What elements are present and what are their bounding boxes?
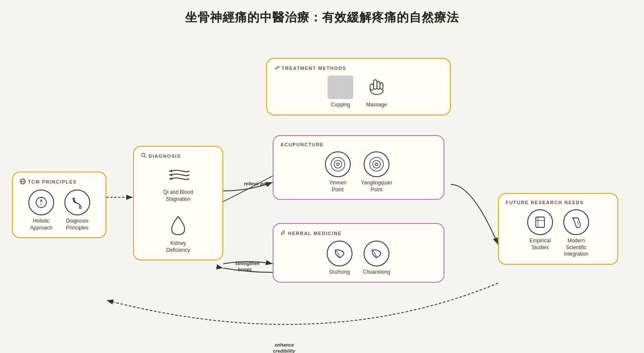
herbal-label: HERBAL MEDICINE: [280, 230, 437, 236]
diagram-area: relieve pain strengthen bones enhance cr…: [0, 30, 644, 353]
yanglingquan-item: YanglingquanPoint: [361, 151, 392, 193]
globe-icon: [20, 178, 26, 185]
wrench-icon: [274, 65, 279, 71]
diagnosis-icons-col: Qi and BloodStagnation KidneyDeficiency: [141, 163, 216, 253]
cupping-icon: [328, 75, 353, 99]
yanglingquan-label: YanglingquanPoint: [361, 180, 392, 193]
acupuncture-icons-row: YinmenPoint YanglingquanPoint: [280, 151, 437, 193]
empirical-label: EmpiricalStudies: [529, 238, 550, 251]
yinmen-icon: [325, 151, 351, 177]
svg-rect-17: [377, 81, 380, 89]
herbal-medicine-box: HERBAL MEDICINE Duzhong: [273, 223, 444, 283]
treatment-methods-box: TREATMENT METHODS Cupping Ma: [266, 58, 451, 115]
strengthen-bones-label: strengthen: [235, 261, 260, 266]
qi-blood-item: Qi and BloodStagnation: [163, 163, 193, 202]
kidney-icon: [167, 214, 190, 238]
leaf-icon: [280, 230, 286, 236]
svg-point-9: [79, 207, 82, 209]
yinmen-label: YinmenPoint: [329, 180, 346, 193]
tcm-icons-row: HolisticApproach DiagnosisPrinciples: [20, 190, 99, 231]
duzhong-icon: [327, 241, 352, 266]
treatment-icons-row: Cupping Massage: [274, 75, 443, 109]
relieve-pain-label: relieve pain: [244, 181, 270, 186]
svg-rect-27: [536, 217, 544, 227]
empirical-icon: [527, 209, 553, 235]
holistic-icon: [28, 190, 54, 215]
chuanxiong-icon: [364, 241, 389, 266]
massage-label: Massage: [366, 102, 387, 109]
herbal-icons-row: Duzhong Chuanxiong: [280, 241, 437, 276]
future-label: FUTURE RESEARCH NEEDS: [506, 200, 611, 205]
svg-rect-19: [370, 84, 374, 90]
massage-icon: [364, 75, 389, 99]
svg-rect-16: [374, 80, 377, 89]
cupping-item: Cupping: [328, 75, 353, 109]
svg-marker-14: [170, 174, 172, 176]
diagnosis-box: DIAGNOSIS Qi and BloodStagnation: [133, 146, 223, 260]
qi-blood-label: Qi and BloodStagnation: [163, 189, 193, 202]
svg-marker-7: [40, 199, 43, 202]
svg-marker-15: [170, 178, 172, 180]
kidney-deficiency-item: KidneyDeficiency: [166, 214, 190, 253]
enhance-credibility-label2: credibility: [273, 348, 296, 353]
modern-icon: [563, 209, 589, 235]
treatment-label: TREATMENT METHODS: [274, 65, 443, 71]
future-research-box: FUTURE RESEARCH NEEDS EmpiricalStudies: [498, 193, 618, 265]
svg-point-21: [334, 160, 342, 168]
diagnosis-label: DIAGNOSIS: [141, 153, 216, 159]
diagnosis-principles-icon: [64, 190, 90, 215]
diagnosis-principles-label: DiagnosisPrinciples: [66, 218, 89, 231]
future-icons-row: EmpiricalStudies ModernScientificIntegra…: [506, 209, 611, 258]
holistic-label: HolisticApproach: [30, 218, 52, 231]
acupuncture-box: ACUPUNCTURE YinmenPoint: [273, 135, 444, 200]
svg-line-12: [145, 157, 146, 158]
empirical-item: EmpiricalStudies: [527, 209, 553, 251]
svg-marker-13: [170, 170, 172, 172]
acupuncture-label: ACUPUNCTURE: [280, 142, 437, 147]
cupping-label: Cupping: [331, 102, 350, 109]
svg-point-20: [331, 157, 345, 171]
svg-point-24: [373, 160, 380, 168]
svg-point-11: [142, 154, 145, 157]
duzhong-item: Duzhong: [327, 241, 352, 276]
duzhong-label: Duzhong: [329, 269, 350, 276]
chuanxiong-item: Chuanxiong: [363, 241, 390, 276]
tcm-label: TCM PRINCIPLES: [20, 178, 99, 185]
strengthen-bones-label2: bones: [238, 267, 252, 272]
modern-item: ModernScientificIntegration: [563, 209, 589, 258]
chuanxiong-label: Chuanxiong: [363, 269, 390, 276]
yanglingquan-icon: [364, 151, 389, 177]
svg-point-25: [375, 163, 378, 166]
svg-point-22: [337, 163, 339, 166]
diagnosis-principles-item: DiagnosisPrinciples: [64, 190, 90, 231]
search-icon: [141, 153, 146, 159]
tcm-principles-box: TCM PRINCIPLES HolisticApproach: [12, 172, 106, 238]
svg-point-23: [370, 157, 383, 171]
yinmen-item: YinmenPoint: [325, 151, 351, 193]
enhance-credibility-label: enhance: [275, 342, 294, 347]
kidney-label: KidneyDeficiency: [166, 240, 190, 253]
holistic-approach-item: HolisticApproach: [28, 190, 54, 231]
svg-marker-8: [40, 202, 43, 206]
qi-blood-icon: [164, 163, 192, 187]
massage-item: Massage: [364, 75, 389, 109]
modern-label: ModernScientificIntegration: [564, 238, 589, 258]
svg-rect-18: [380, 83, 383, 89]
page-title: 坐骨神經痛的中醫治療：有效緩解疼痛的自然療法: [0, 0, 644, 30]
